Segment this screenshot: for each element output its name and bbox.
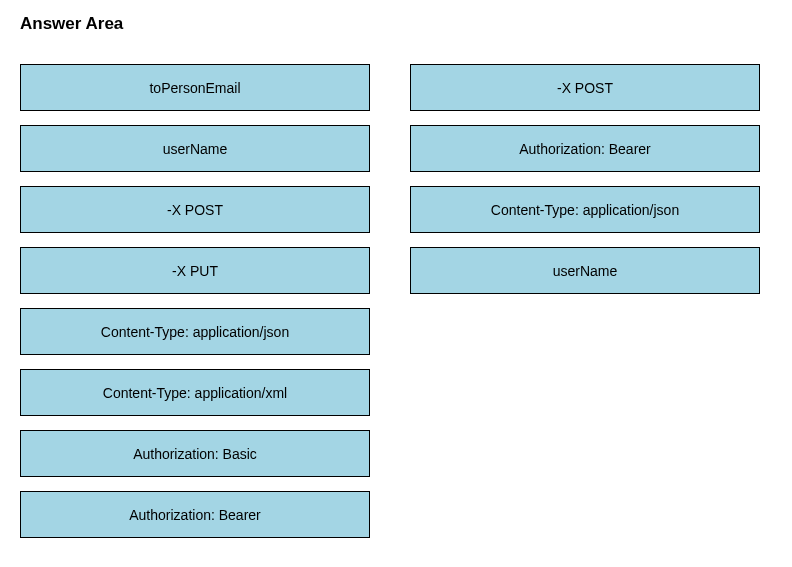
option-label: -X PUT [172,263,218,279]
option-item[interactable]: Content-Type: application/xml [20,369,370,416]
option-label: Content-Type: application/xml [103,385,287,401]
left-column: toPersonEmail userName -X POST -X PUT Co… [20,64,370,538]
option-label: -X POST [557,80,613,96]
option-item[interactable]: toPersonEmail [20,64,370,111]
option-label: userName [163,141,228,157]
option-item[interactable]: -X POST [410,64,760,111]
option-item[interactable]: userName [410,247,760,294]
option-item[interactable]: -X PUT [20,247,370,294]
right-column: -X POST Authorization: Bearer Content-Ty… [410,64,760,538]
option-item[interactable]: -X POST [20,186,370,233]
columns-container: toPersonEmail userName -X POST -X PUT Co… [20,64,772,538]
option-label: userName [553,263,618,279]
option-label: toPersonEmail [149,80,240,96]
option-label: -X POST [167,202,223,218]
option-item[interactable]: Authorization: Bearer [20,491,370,538]
option-label: Authorization: Bearer [519,141,651,157]
option-label: Content-Type: application/json [101,324,289,340]
option-item[interactable]: Authorization: Basic [20,430,370,477]
option-label: Content-Type: application/json [491,202,679,218]
option-label: Authorization: Basic [133,446,257,462]
answer-area-title: Answer Area [20,14,772,34]
option-item[interactable]: Authorization: Bearer [410,125,760,172]
option-item[interactable]: userName [20,125,370,172]
option-label: Authorization: Bearer [129,507,261,523]
option-item[interactable]: Content-Type: application/json [410,186,760,233]
option-item[interactable]: Content-Type: application/json [20,308,370,355]
